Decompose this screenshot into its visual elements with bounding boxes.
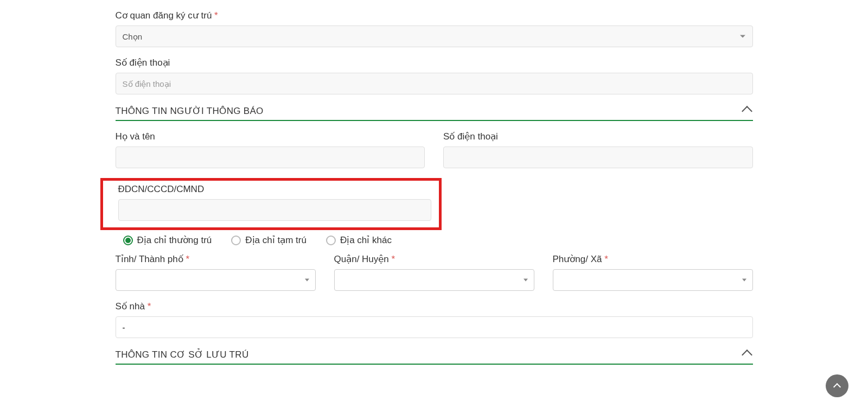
province-label-text: Tỉnh/ Thành phố: [116, 254, 183, 264]
required-asterisk: *: [186, 254, 190, 264]
section-header-accommodation[interactable]: THÔNG TIN CƠ SỞ LƯU TRÚ: [116, 349, 753, 365]
radio-temporary-label: Địa chỉ tạm trú: [245, 234, 307, 246]
required-asterisk: *: [604, 254, 608, 264]
house-label: Số nhà *: [116, 301, 753, 312]
district-label: Quận/ Huyện *: [334, 253, 534, 265]
id-highlight-box: ĐDCN/CCCD/CMND: [100, 178, 442, 230]
chevron-up-icon: [742, 106, 752, 117]
id-label: ĐDCN/CCCD/CMND: [108, 184, 434, 195]
section-title-accommodation: THÔNG TIN CƠ SỞ LƯU TRÚ: [116, 349, 249, 360]
chevron-up-icon: [742, 349, 752, 360]
house-label-text: Số nhà: [116, 301, 145, 311]
ward-select[interactable]: [553, 269, 753, 291]
phone-label: Số điện thoại: [116, 57, 753, 68]
phone-input[interactable]: [116, 73, 753, 94]
agency-select[interactable]: Chọn: [116, 26, 753, 47]
required-asterisk: *: [392, 254, 395, 264]
address-type-radio-group: Địa chỉ thường trú Địa chỉ tạm trú Địa c…: [116, 234, 753, 246]
reporter-phone-input[interactable]: [443, 147, 753, 168]
scroll-to-top-button[interactable]: [826, 374, 848, 397]
chevron-up-icon: [833, 383, 841, 391]
id-input[interactable]: [118, 199, 432, 221]
section-title-reporter: THÔNG TIN NGƯỜI THÔNG BÁO: [116, 105, 264, 117]
radio-permanent[interactable]: Địa chỉ thường trú: [123, 234, 212, 246]
province-select[interactable]: [116, 269, 316, 291]
radio-other[interactable]: Địa chỉ khác: [326, 234, 392, 246]
province-label: Tỉnh/ Thành phố *: [116, 253, 316, 265]
radio-permanent-label: Địa chỉ thường trú: [137, 234, 212, 246]
required-asterisk: *: [214, 10, 218, 21]
ward-label-text: Phường/ Xã: [553, 254, 602, 264]
reporter-phone-label: Số điện thoại: [443, 131, 753, 142]
district-label-text: Quận/ Huyện: [334, 254, 389, 264]
agency-label: Cơ quan đăng ký cư trú *: [116, 10, 753, 21]
district-select[interactable]: [334, 269, 534, 291]
section-header-reporter[interactable]: THÔNG TIN NGƯỜI THÔNG BÁO: [116, 105, 753, 121]
house-input[interactable]: [116, 316, 753, 338]
fullname-input[interactable]: [116, 147, 425, 168]
ward-label: Phường/ Xã *: [553, 253, 753, 265]
required-asterisk: *: [148, 301, 151, 311]
fullname-label: Họ và tên: [116, 131, 425, 142]
agency-label-text: Cơ quan đăng ký cư trú: [116, 10, 212, 21]
radio-temporary[interactable]: Địa chỉ tạm trú: [231, 234, 307, 246]
radio-other-label: Địa chỉ khác: [340, 234, 392, 246]
